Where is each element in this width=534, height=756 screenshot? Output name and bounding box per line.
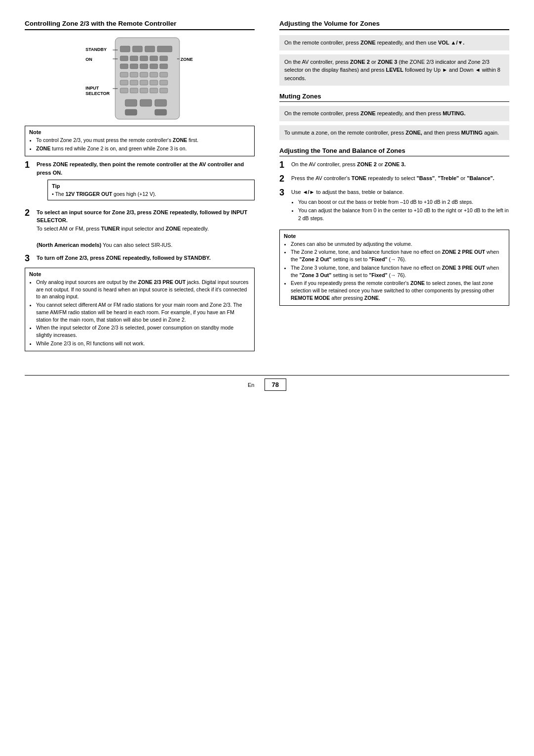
left-section-title: Controlling Zone 2/3 with the Remote Con… bbox=[25, 20, 255, 30]
tone-step-content-1: On the AV controller, press ZONE 2 or ZO… bbox=[291, 160, 509, 169]
svg-rect-40 bbox=[140, 99, 152, 106]
step-1: 1 Press ZONE repeatedly, then point the … bbox=[25, 160, 255, 203]
note-box-1: Note To control Zone 2/3, you must press… bbox=[25, 126, 255, 156]
note-item: Zones can also be unmuted by adjusting t… bbox=[291, 240, 505, 248]
svg-rect-31 bbox=[140, 80, 148, 85]
tone-step-num-2: 2 bbox=[279, 174, 287, 183]
step-content-3: To turn off Zone 2/3, press ZONE repeate… bbox=[37, 254, 255, 262]
svg-rect-24 bbox=[120, 72, 128, 77]
muting-instr-2: To unmute a zone, on the remote controll… bbox=[279, 125, 509, 141]
tone-step-num-1: 1 bbox=[279, 160, 287, 169]
svg-text:SELECTOR: SELECTOR bbox=[86, 91, 110, 96]
tone-step-1: 1 On the AV controller, press ZONE 2 or … bbox=[279, 160, 509, 169]
svg-rect-14 bbox=[120, 56, 128, 61]
svg-rect-36 bbox=[140, 88, 148, 93]
svg-rect-39 bbox=[125, 99, 137, 106]
note-item: To control Zone 2/3, you must press the … bbox=[36, 137, 250, 144]
svg-rect-20 bbox=[130, 64, 138, 69]
note-item: When the input selector of Zone 2/3 is s… bbox=[36, 324, 250, 338]
page-footer: En 78 bbox=[25, 375, 509, 391]
note-title-2: Note bbox=[29, 271, 250, 277]
svg-rect-25 bbox=[130, 72, 138, 77]
tip-title: Tip bbox=[52, 183, 60, 189]
bullet-item: You can boost or cut the bass or treble … bbox=[298, 198, 509, 206]
svg-rect-10 bbox=[120, 46, 130, 52]
svg-rect-18 bbox=[160, 56, 168, 61]
step-num-1: 1 bbox=[25, 160, 33, 169]
step-2: 2 To select an input source for Zone 2/3… bbox=[25, 208, 255, 249]
svg-rect-38 bbox=[160, 88, 168, 93]
note-list-1: To control Zone 2/3, you must press the … bbox=[29, 137, 250, 152]
remote-diagram-svg: STANDBY ON INPUT SELECTOR ZONE bbox=[86, 35, 194, 122]
svg-rect-27 bbox=[150, 72, 158, 77]
note-box-2: Note Only analog input sources are outpu… bbox=[25, 268, 255, 351]
tip-box-1: Tip • The 12V TRIGGER OUT goes high (+12… bbox=[47, 180, 255, 200]
svg-rect-33 bbox=[160, 80, 168, 85]
svg-rect-22 bbox=[150, 64, 158, 69]
tip-text: • The 12V TRIGGER OUT goes high (+12 V). bbox=[52, 190, 250, 198]
svg-rect-32 bbox=[150, 80, 158, 85]
svg-rect-41 bbox=[155, 99, 167, 106]
svg-rect-13 bbox=[157, 46, 172, 52]
tone-step-3-bullets: You can boost or cut the bass or treble … bbox=[291, 198, 509, 223]
note-item: You cannot select different AM or FM rad… bbox=[36, 301, 250, 323]
svg-rect-16 bbox=[140, 56, 148, 61]
svg-rect-17 bbox=[150, 56, 158, 61]
note-item: The Zone 3 volume, tone, and balance fun… bbox=[291, 264, 505, 279]
svg-rect-11 bbox=[133, 46, 142, 52]
page-layout: Controlling Zone 2/3 with the Remote Con… bbox=[25, 20, 509, 391]
note-list-3: Zones can also be unmuted by adjusting t… bbox=[284, 240, 505, 302]
tone-step-3: 3 Use ◄/► to adjust the bass, treble or … bbox=[279, 188, 509, 225]
svg-rect-34 bbox=[120, 88, 128, 93]
step-num-3: 3 bbox=[25, 254, 33, 263]
svg-rect-15 bbox=[130, 56, 138, 61]
svg-text:ON: ON bbox=[86, 57, 92, 62]
tone-step-content-2: Press the AV controller's TONE repeatedl… bbox=[291, 174, 509, 183]
svg-rect-26 bbox=[140, 72, 148, 77]
page-number: 78 bbox=[265, 378, 286, 391]
muting-instr-1: On the remote controller, press ZONE rep… bbox=[279, 106, 509, 121]
note-title-1: Note bbox=[29, 129, 250, 135]
note-item: Only analog input sources are output by … bbox=[36, 279, 250, 300]
svg-rect-35 bbox=[130, 88, 138, 93]
note-box-3: Note Zones can also be unmuted by adjust… bbox=[279, 230, 509, 306]
svg-rect-30 bbox=[130, 80, 138, 85]
svg-text:ZONE: ZONE bbox=[180, 57, 193, 62]
tone-section-title: Adjusting the Tone and Balance of Zones bbox=[279, 147, 509, 156]
svg-rect-43 bbox=[155, 109, 167, 115]
note-item: Even if you repeatedly press the remote … bbox=[291, 280, 505, 301]
step-content-2: To select an input source for Zone 2/3, … bbox=[37, 208, 255, 249]
svg-text:INPUT: INPUT bbox=[86, 86, 99, 91]
svg-rect-28 bbox=[160, 72, 168, 77]
step-3: 3 To turn off Zone 2/3, press ZONE repea… bbox=[25, 254, 255, 263]
svg-rect-29 bbox=[120, 80, 128, 85]
svg-text:STANDBY: STANDBY bbox=[86, 47, 107, 52]
muting-section-title: Muting Zones bbox=[279, 93, 509, 102]
tone-step-content-3: Use ◄/► to adjust the bass, treble or ba… bbox=[291, 188, 509, 225]
step-num-2: 2 bbox=[25, 208, 33, 217]
volume-instr-2: On the AV controller, press ZONE 2 or ZO… bbox=[279, 54, 509, 86]
svg-rect-23 bbox=[160, 64, 168, 69]
svg-rect-37 bbox=[150, 88, 158, 93]
tone-step-2: 2 Press the AV controller's TONE repeate… bbox=[279, 174, 509, 183]
two-column-layout: Controlling Zone 2/3 with the Remote Con… bbox=[25, 20, 509, 355]
note-title-3: Note bbox=[284, 233, 505, 239]
language-label: En bbox=[248, 382, 254, 388]
note-list-2: Only analog input sources are output by … bbox=[29, 279, 250, 347]
tone-step-num-3: 3 bbox=[279, 188, 287, 197]
volume-section-title: Adjusting the Volume for Zones bbox=[279, 20, 509, 30]
svg-rect-12 bbox=[145, 46, 155, 52]
left-column: Controlling Zone 2/3 with the Remote Con… bbox=[25, 20, 260, 355]
remote-diagram-wrapper: STANDBY ON INPUT SELECTOR ZONE bbox=[25, 35, 255, 122]
note-item: ZONE turns red while Zone 2 is on, and g… bbox=[36, 145, 250, 152]
right-column: Adjusting the Volume for Zones On the re… bbox=[274, 20, 509, 355]
svg-rect-42 bbox=[125, 109, 137, 115]
note-item: The Zone 2 volume, tone, and balance fun… bbox=[291, 248, 505, 263]
step-content-1: Press ZONE repeatedly, then point the re… bbox=[37, 160, 255, 203]
bullet-item: You can adjust the balance from 0 in the… bbox=[298, 207, 509, 223]
volume-instr-1: On the remote controller, press ZONE rep… bbox=[279, 35, 509, 50]
svg-rect-19 bbox=[120, 64, 128, 69]
svg-rect-21 bbox=[140, 64, 148, 69]
note-item: While Zone 2/3 is on, RI functions will … bbox=[36, 340, 250, 347]
